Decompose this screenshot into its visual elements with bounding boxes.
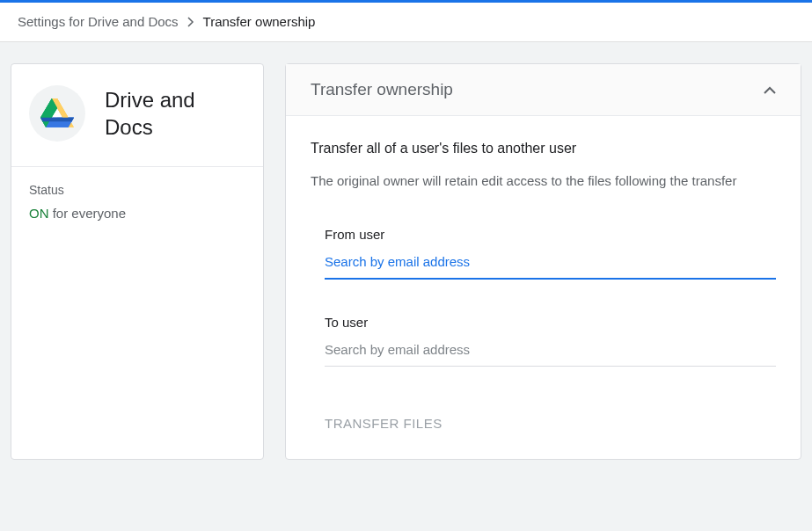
transfer-files-button[interactable]: TRANSFER FILES [311, 409, 457, 438]
app-info-card: Drive and Docs Status ON for everyone [11, 63, 264, 460]
chevron-up-icon [764, 82, 776, 98]
transfer-ownership-card: Transfer ownership Transfer all of a use… [285, 63, 801, 460]
status-value: ON for everyone [29, 206, 245, 221]
status-scope-text: for everyone [49, 206, 127, 221]
breadcrumb-parent[interactable]: Settings for Drive and Docs [18, 14, 179, 29]
card-header-title: Transfer ownership [311, 80, 453, 99]
section-title: Transfer all of a user's files to anothe… [311, 141, 776, 156]
card-body: Transfer all of a user's files to anothe… [286, 116, 801, 459]
to-user-input[interactable] [325, 338, 776, 367]
svg-marker-6 [40, 118, 74, 121]
card-header[interactable]: Transfer ownership [286, 64, 801, 116]
from-user-input[interactable] [325, 251, 776, 280]
status-on-text: ON [29, 206, 49, 221]
section-description: The original owner will retain edit acce… [311, 171, 776, 192]
to-user-label: To user [325, 315, 776, 330]
content-area: Drive and Docs Status ON for everyone Tr… [0, 42, 812, 481]
from-user-field: From user [311, 227, 776, 280]
breadcrumb-current: Transfer ownership [203, 14, 316, 29]
from-user-label: From user [325, 227, 776, 242]
drive-icon [29, 85, 85, 142]
status-label: Status [29, 183, 245, 197]
to-user-field: To user [311, 315, 776, 367]
app-info-header: Drive and Docs [11, 64, 263, 166]
app-status-section: Status ON for everyone [11, 166, 263, 240]
breadcrumb: Settings for Drive and Docs Transfer own… [0, 3, 812, 42]
chevron-right-icon [187, 17, 194, 27]
app-title: Drive and Docs [105, 86, 245, 141]
